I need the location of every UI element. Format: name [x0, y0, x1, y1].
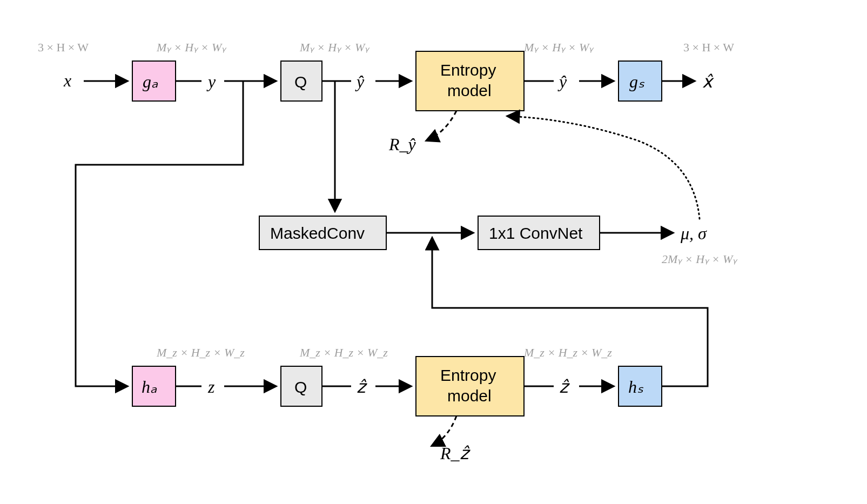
dim-musigma: 2Mᵧ × Hᵧ × Wᵧ — [662, 252, 738, 266]
arrow-musigma-to-entropy — [508, 116, 700, 219]
label-Q-bottom: Q — [294, 378, 307, 396]
var-zhat-out: ẑ — [559, 377, 570, 397]
dim-yhat: Mᵧ × Hᵧ × Wᵧ — [299, 41, 370, 54]
label-maskedconv: MaskedConv — [270, 224, 365, 242]
var-zhat: ẑ — [357, 377, 367, 397]
diagram: 3 × H × W Mᵧ × Hᵧ × Wᵧ Mᵧ × Hᵧ × Wᵧ Mᵧ ×… — [0, 0, 867, 504]
var-Rz: R_ẑ — [440, 443, 471, 463]
var-musigma: μ, σ — [680, 224, 707, 243]
var-yhat-out: ŷ — [557, 72, 567, 91]
block-entropy-bottom — [416, 357, 524, 416]
dim-zhat: M_z × H_z × W_z — [299, 346, 388, 359]
dim-zhat-out: M_z × H_z × W_z — [523, 346, 612, 359]
label-entropy-bot-1: Entropy — [440, 366, 496, 384]
var-yhat: ŷ — [355, 72, 365, 91]
var-x: x — [63, 71, 71, 90]
var-xhat: x̂ — [702, 72, 714, 91]
arrow-entropy-to-Rz — [432, 416, 456, 446]
label-entropy-top-1: Entropy — [440, 61, 496, 79]
dim-y: Mᵧ × Hᵧ × Wᵧ — [156, 41, 227, 54]
dim-yhat-out: Mᵧ × Hᵧ × Wᵧ — [523, 41, 594, 54]
var-Ry: R_ŷ — [388, 135, 416, 154]
dim-z: M_z × H_z × W_z — [156, 346, 245, 359]
label-entropy-bot-2: model — [447, 387, 492, 405]
dim-xhat: 3 × H × W — [683, 41, 734, 54]
dim-x: 3 × H × W — [38, 41, 89, 54]
var-y: y — [206, 72, 216, 91]
row-bottom: M_z × H_z × W_z M_z × H_z × W_z M_z × H_… — [132, 346, 662, 416]
arrow-y-down-to-ha — [76, 81, 243, 386]
label-entropy-top-2: model — [447, 82, 492, 99]
block-entropy-top — [416, 51, 524, 111]
row-middle: MaskedConv 1x1 ConvNet μ, σ 2Mᵧ × Hᵧ × W… — [259, 216, 738, 266]
label-ga: gₐ — [143, 72, 158, 91]
row-top: 3 × H × W Mᵧ × Hᵧ × Wᵧ Mᵧ × Hᵧ × Wᵧ Mᵧ ×… — [38, 41, 734, 111]
label-gs: gₛ — [629, 72, 645, 91]
label-convnet: 1x1 ConvNet — [489, 224, 583, 242]
label-Q-top: Q — [294, 73, 307, 91]
var-z: z — [207, 377, 215, 397]
arrow-entropy-to-Ry — [427, 111, 456, 140]
label-hs: hₛ — [628, 377, 644, 397]
label-ha: hₐ — [142, 377, 157, 397]
